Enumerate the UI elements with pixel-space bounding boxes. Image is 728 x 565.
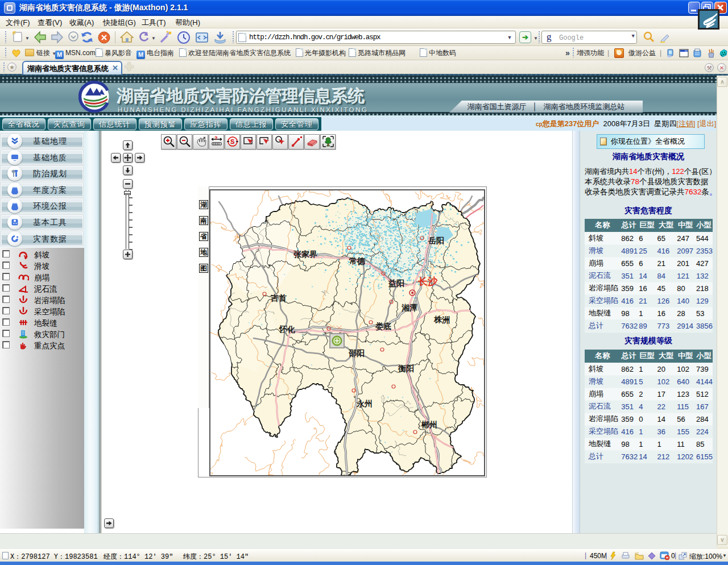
svg-text:?: ? bbox=[214, 135, 218, 141]
svg-text:吉首: 吉首 bbox=[270, 293, 287, 302]
svg-text:益阳: 益阳 bbox=[388, 279, 404, 288]
svg-text:株洲: 株洲 bbox=[433, 315, 450, 324]
svg-text:邵阳: 邵阳 bbox=[348, 348, 365, 358]
svg-text:长沙: 长沙 bbox=[417, 276, 438, 287]
svg-text:郴州: 郴州 bbox=[421, 420, 437, 429]
svg-text:S: S bbox=[230, 138, 234, 145]
svg-text:岳阳: 岳阳 bbox=[428, 236, 444, 245]
svg-text:衡阳: 衡阳 bbox=[398, 364, 414, 373]
svg-text:怀化: 怀化 bbox=[279, 325, 295, 334]
svg-text:张家界: 张家界 bbox=[293, 250, 317, 259]
svg-text:娄底: 娄底 bbox=[375, 322, 391, 331]
svg-text:永州: 永州 bbox=[356, 399, 373, 408]
svg-text:常德: 常德 bbox=[349, 256, 365, 265]
svg-text:湘潭: 湘潭 bbox=[401, 303, 417, 312]
